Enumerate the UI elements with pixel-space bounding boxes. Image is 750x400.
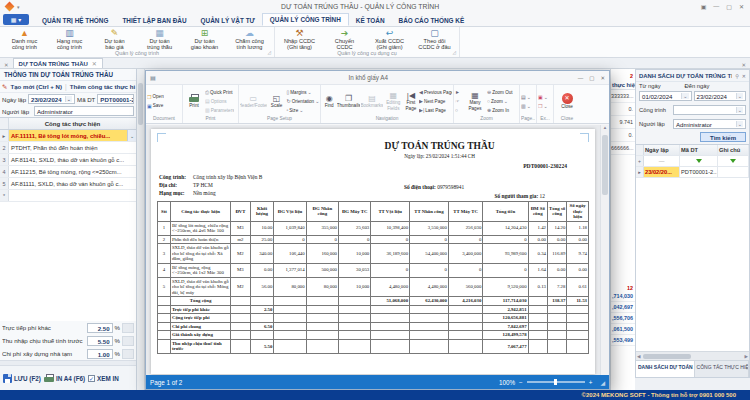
task-row[interactable]: 5 AF.81111, SXLD, tháo dỡ ván khuôn gỗ c… <box>0 178 136 190</box>
zoom-button[interactable]: ○Zoom⌄ <box>487 97 513 106</box>
panel-tab[interactable]: CÔNG TÁC THỰC HIỆN <box>695 361 749 377</box>
style-button-icon[interactable]: ▣ <box>701 3 707 10</box>
parameters-button[interactable]: ▥Parameters <box>205 106 234 115</box>
ribbon-button[interactable]: ☁ Chấm công tính lương <box>227 28 272 50</box>
ribbon-tab[interactable]: QUẢN LÝ VẬT TƯ <box>194 15 262 26</box>
task-row[interactable]: 2 PTDHT, Phần thô đến hoàn thiện ⌄ <box>0 142 136 154</box>
scrollbar-thumb[interactable] <box>643 354 691 359</box>
dialog-close-icon[interactable]: ✕ <box>600 75 605 81</box>
zoom-out-button[interactable]: ⊖Zoom Out <box>487 88 513 97</box>
header-footer-button[interactable]: ▭Header/Footer <box>240 86 267 116</box>
percent-input[interactable]: 2.50 <box>87 323 113 333</box>
task-row[interactable]: * ⌄ <box>0 190 136 202</box>
tu-ngay-input[interactable]: 01/02/2024⌄ <box>639 91 692 101</box>
zoom-in-icon[interactable]: + <box>589 379 593 386</box>
filter-icon[interactable] <box>696 159 702 163</box>
column-header[interactable]: Ngày lập <box>644 145 680 155</box>
orientation-button[interactable]: ↻Orientation⌄ <box>286 97 319 106</box>
estimate-row[interactable]: ▸ 23/02/20... PDT00001-2... <box>636 167 749 178</box>
cong-trinh-input[interactable]: ⌄ <box>673 105 746 115</box>
filter-icon[interactable] <box>730 159 736 163</box>
ribbon-button[interactable]: ⚒ Nhập CCDC (Ghi tăng) <box>277 28 322 50</box>
ribbon-button[interactable]: ✎ Dự toán báo giá <box>92 28 137 50</box>
options-button[interactable]: ▤Options <box>205 97 234 106</box>
scroll-right-icon[interactable]: ▶ <box>744 354 749 359</box>
scrollbar-thumb[interactable] <box>138 83 143 125</box>
preview-checkbox[interactable]: ✓ XEM IN <box>88 375 119 382</box>
quick-print-button[interactable]: ⎙Quick Print <box>205 88 234 97</box>
close-icon[interactable]: ✕ <box>739 73 746 79</box>
thumbnails-button[interactable]: ❐Thumbnails <box>337 86 360 116</box>
nguoi-lap-input[interactable]: Administrator⌄ <box>673 119 746 129</box>
column-header[interactable]: Ghi chú <box>718 145 749 155</box>
size-button[interactable]: ▫Size⌄ <box>286 106 319 115</box>
previous-page-button[interactable]: ◀Previous Page <box>419 88 452 97</box>
tabstrip-right-close-icon[interactable]: ✕ <box>737 62 750 68</box>
task-row[interactable]: 3 AF.81141, SXLD, tháo dỡ ván khuôn gỗ c… <box>0 154 136 166</box>
print-button[interactable]: Print <box>184 86 204 116</box>
panel-tab[interactable]: DANH SÁCH DỰ TOÁN ... <box>636 361 695 377</box>
chevron-down-icon[interactable]: ⌄ <box>681 93 688 99</box>
chevron-down-icon[interactable]: ⌄ <box>65 96 72 102</box>
zoom-out-icon[interactable]: − <box>519 379 523 386</box>
pin-icon[interactable]: ⚲ <box>732 73 739 79</box>
group-launcher-icon[interactable]: ◿ <box>453 50 456 55</box>
minimize-icon[interactable]: — <box>713 3 719 10</box>
watermark-button[interactable]: ▥⌄ <box>521 101 531 110</box>
add-task-link[interactable]: Thêm công tác thực hi <box>70 83 135 90</box>
margins-button[interactable]: ▯Margins⌄ <box>286 88 319 97</box>
scroll-left-icon[interactable]: ◀ <box>636 354 641 359</box>
resize-grip-icon[interactable]: ◢ <box>600 379 605 386</box>
dialog-minimize-icon[interactable]: — <box>578 75 584 81</box>
file-menu-button[interactable]: ▦ ▾ <box>3 14 29 25</box>
ribbon-button[interactable]: ▲ Danh mục công trình <box>2 28 47 50</box>
send-button[interactable]: ❐⌄ <box>538 101 548 110</box>
ngay-lap-input[interactable]: 23/02/2024 ⌄ <box>28 94 75 104</box>
search-button[interactable]: Tìm kiếm <box>700 132 746 142</box>
task-row[interactable]: 4 AF.11215, Bê tông móng, rộng <=250cm..… <box>0 166 136 178</box>
pointer-tool-button[interactable]: ► <box>455 88 463 97</box>
chevron-down-icon[interactable]: ⌄ <box>127 130 136 141</box>
editing-fields-button[interactable]: ▦Editing Fields <box>384 86 403 116</box>
ma-dt-input[interactable]: PDT00001-230 <box>97 94 134 104</box>
scrollbar-thumb[interactable] <box>602 135 608 195</box>
ribbon-tab[interactable]: QUẢN TRỊ HỆ THỐNG <box>35 15 115 26</box>
maximize-icon[interactable]: ▢ <box>726 3 732 10</box>
tabstrip-close-icon[interactable]: ✕ <box>0 62 13 68</box>
hand-tool-button[interactable]: ☞ <box>455 97 463 106</box>
task-row[interactable]: ▸ AF.11111, Bê tông lót móng, chiều... ⌄ <box>0 130 136 142</box>
ribbon-button[interactable]: ▥ Hạng mục công trình <box>47 28 92 50</box>
ribbon-button[interactable]: ⊞ Dự toán giao khoán <box>182 28 227 50</box>
preview-vertical-scrollbar[interactable]: ▲ <box>600 125 609 378</box>
last-page-button[interactable]: ▶|Last Page <box>419 106 452 115</box>
ribbon-tab[interactable]: THIẾT LẬP BAN ĐẦU <box>115 15 193 26</box>
zoom-slider-thumb[interactable] <box>554 379 557 385</box>
ribbon-tab[interactable]: QUẢN LÝ CÔNG TRÌNH <box>262 13 349 26</box>
ribbon-button[interactable]: ↩ Xuất CCDC (Ghi giảm) <box>367 28 412 50</box>
den-ngay-input[interactable]: 23/02/2024⌄ <box>694 91 747 101</box>
next-page-button[interactable]: ▶Next Page <box>419 97 452 106</box>
document-tab[interactable]: DỰ TOÁN TRÚNG THẦU ✕ <box>13 58 103 68</box>
ribbon-button[interactable]: ➔ Chuyển CCDC <box>322 28 367 50</box>
save-button[interactable]: LƯU (F2) <box>3 374 41 383</box>
export-button[interactable]: ▣⌄ <box>538 92 548 101</box>
ribbon-button[interactable]: ▦ Dự toán trúng thầu <box>137 28 182 50</box>
ribbon-button[interactable]: ▢ Theo dõi CCDC ở đâu <box>412 28 457 50</box>
scale-button[interactable]: ◱Scale <box>268 86 286 116</box>
task-grid-header[interactable]: Công tác thực hiện <box>9 118 136 129</box>
ribbon-tab[interactable]: BÁO CÁO THỐNG KÊ <box>392 15 472 26</box>
print-a4-button[interactable]: IN A4 (F6) <box>44 374 85 383</box>
many-pages-button[interactable]: ▦Many Pages <box>464 86 486 116</box>
open-button[interactable]: ❐Open <box>147 92 164 101</box>
magnifier-tool-button[interactable]: ○ <box>455 106 463 115</box>
ribbon-tab[interactable]: KẾ TOÁN <box>349 15 392 26</box>
percent-input[interactable]: 5.50 <box>87 336 113 346</box>
tab-close-icon[interactable]: ✕ <box>92 60 97 67</box>
close-preview-button[interactable]: ✕ Close <box>555 86 579 116</box>
chevron-down-icon[interactable]: ⌄ <box>736 93 743 99</box>
close-icon[interactable]: ✕ <box>739 3 744 10</box>
dialog-maximize-icon[interactable]: ▢ <box>589 75 594 81</box>
find-button[interactable]: ◉Find <box>322 86 336 116</box>
horizontal-scrollbar[interactable]: ◀ ▶ <box>636 351 749 360</box>
left-panel-scrollbar[interactable] <box>137 69 145 390</box>
